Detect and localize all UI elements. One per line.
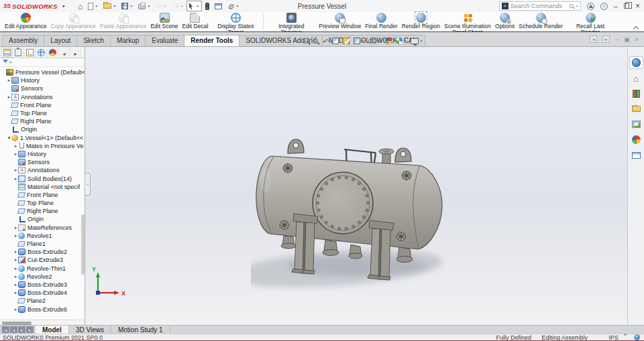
tree-item[interactable]: Material <not specif [0, 183, 85, 191]
task-table-icon[interactable] [213, 1, 224, 11]
tree-filter-row[interactable] [0, 58, 85, 67]
settings-gear-icon[interactable] [225, 1, 241, 11]
3dexperience-tab[interactable] [629, 56, 643, 69]
tree-item[interactable]: Plane1 [0, 240, 85, 248]
status-globe-icon[interactable] [634, 334, 640, 340]
edit-scene-button[interactable]: Edit Scene [148, 12, 180, 31]
tree-item[interactable]: Pressure Vessel (Default<D [0, 68, 85, 76]
expand-arrow-icon[interactable] [13, 143, 18, 149]
edit-appearance-button[interactable]: Edit Appearance [3, 12, 48, 31]
preview-window-button[interactable]: Preview Window [317, 12, 363, 31]
command-tab[interactable]: Evaluate [145, 35, 184, 46]
panel-collapse-handle[interactable] [85, 173, 91, 196]
view-palette-tab[interactable] [629, 118, 643, 131]
tree-item[interactable]: Plane2 [0, 297, 85, 305]
appearances-scenes-tab[interactable] [629, 133, 643, 146]
tree-item[interactable]: Revolve-Thin1 [0, 265, 85, 273]
tree-item[interactable]: Sensors [0, 84, 85, 92]
command-tab[interactable]: Layout [44, 35, 77, 46]
dropdown-caret-icon[interactable] [130, 6, 133, 9]
options-button[interactable]: Options [493, 12, 517, 31]
dropdown-caret-icon[interactable] [180, 6, 183, 9]
expand-arrow-icon[interactable] [13, 176, 18, 182]
select-cursor-icon[interactable] [186, 1, 202, 11]
doc-next-icon[interactable]: ▸ [602, 36, 610, 43]
document-tab[interactable]: 3D Views [69, 326, 111, 334]
redo-icon[interactable] [170, 1, 184, 11]
panel-tab-scroll-right[interactable] [70, 48, 81, 58]
expand-arrow-icon[interactable] [13, 257, 18, 263]
tree-item[interactable]: Top Plane [0, 109, 85, 117]
paste-appearance-button[interactable]: Paste Appearance [98, 12, 148, 31]
dropdown-caret-icon[interactable] [197, 6, 199, 9]
undo-icon[interactable] [154, 1, 168, 11]
tree-item[interactable]: Front Plane [0, 101, 85, 109]
login-icon[interactable] [587, 3, 594, 10]
tree-item[interactable]: Boss-Extrude6 [0, 305, 85, 313]
solidworks-resources-tab[interactable] [629, 72, 643, 84]
rewind-button[interactable]: ◂ [2, 326, 9, 333]
zoom-to-area-icon[interactable] [313, 38, 318, 44]
command-tab[interactable]: Assembly [2, 35, 44, 46]
traffic-light-icon[interactable] [203, 1, 211, 11]
command-tab[interactable]: Markup [110, 35, 146, 46]
panel-tab-scroll-left[interactable] [58, 48, 70, 58]
tree-item[interactable]: History [0, 76, 85, 84]
document-tab[interactable]: Motion Study 1 [111, 326, 170, 334]
expand-arrow-icon[interactable] [13, 282, 18, 287]
tree-item[interactable]: Revolve1 [0, 232, 85, 240]
dropdown-caret-icon[interactable] [148, 6, 150, 9]
search-icon[interactable] [570, 4, 574, 8]
window-minimize-button[interactable]: – [614, 3, 618, 9]
prev-button[interactable]: ◂ [10, 326, 17, 333]
display-style-icon[interactable] [354, 38, 364, 44]
graphics-viewport[interactable]: Y X [85, 47, 627, 325]
command-tab[interactable]: Render Tools [184, 35, 239, 46]
dropdown-caret-icon[interactable] [404, 41, 407, 44]
document-tab[interactable]: Model [36, 326, 69, 334]
configurationmanager-tab[interactable] [24, 48, 36, 58]
zoom-to-fit-icon[interactable] [303, 38, 309, 44]
displaymanager-tab[interactable] [47, 48, 58, 58]
scene-illumination-proof-sheet-button[interactable]: Scene Illumination Proof Sheet [442, 12, 493, 31]
tree-item[interactable]: Front Plane [0, 191, 85, 199]
open-icon[interactable] [101, 1, 118, 11]
menu-flyout-icon[interactable]: ▸ [62, 3, 65, 9]
command-tab[interactable]: Sketch [76, 35, 111, 46]
design-library-tab[interactable] [629, 87, 643, 100]
expand-arrow-icon[interactable] [7, 94, 11, 100]
expand-arrow-icon[interactable] [13, 307, 18, 312]
propertymanager-tab[interactable] [13, 48, 24, 58]
expand-arrow-icon[interactable] [13, 151, 18, 157]
expand-arrow-icon[interactable] [13, 233, 18, 238]
tree-item[interactable]: Annotations [0, 166, 85, 174]
tree-item[interactable]: Origin [0, 125, 85, 133]
tree-item[interactable]: Mates in Pressure Ve [0, 142, 85, 150]
custom-properties-tab[interactable] [629, 149, 643, 161]
render-region-button[interactable]: Render Region [400, 12, 442, 31]
next-button[interactable]: ▸ [18, 326, 25, 333]
forward-button[interactable]: ▸ [26, 326, 34, 333]
dropdown-caret-icon[interactable] [236, 6, 239, 9]
recall-last-render-button[interactable]: Recall Last Render [565, 12, 616, 31]
search-commands-box[interactable]: > [499, 1, 581, 11]
copy-appearance-button[interactable]: Copy Appearance [48, 12, 98, 31]
hide-show-items-icon[interactable] [368, 39, 381, 44]
units-caret-icon[interactable] [624, 334, 627, 337]
tree-item[interactable]: Cut-Extrude3 [0, 256, 85, 264]
dropdown-caret-icon[interactable] [95, 6, 98, 9]
file-explorer-tab[interactable] [629, 103, 643, 115]
dynamic-annotation-icon[interactable] [343, 38, 350, 44]
display-states-target-button[interactable]: Display States Target [210, 12, 261, 31]
expand-arrow-icon[interactable] [13, 249, 18, 255]
save-icon[interactable] [119, 1, 135, 11]
dimxpertmanager-tab[interactable] [36, 48, 47, 58]
tree-item[interactable]: Boss-Extrude3 [0, 281, 85, 289]
tree-horizontal-scrollbar[interactable] [0, 320, 85, 325]
doc-restore-icon[interactable]: ▣ [624, 36, 630, 43]
dropdown-caret-icon[interactable] [378, 41, 381, 44]
edit-decal-button[interactable]: Edit Decal [180, 12, 211, 31]
print-icon[interactable] [136, 1, 152, 11]
integrated-preview-button[interactable]: Integrated Preview [266, 12, 317, 31]
final-render-button[interactable]: Final Render [363, 12, 400, 31]
